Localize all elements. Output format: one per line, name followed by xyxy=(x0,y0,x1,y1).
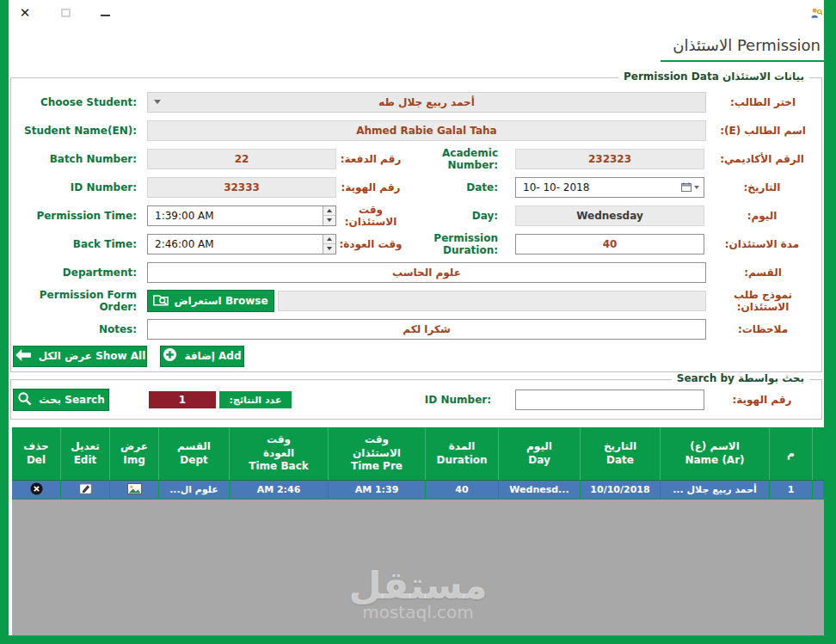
minimize-button[interactable] xyxy=(96,9,114,16)
permission-time-value: 1:39:00 AM xyxy=(155,210,214,222)
calendar-icon[interactable] xyxy=(681,182,704,192)
permission-time-field[interactable]: 1:39:00 AM xyxy=(147,205,336,226)
choose-student-select[interactable]: أحمد ربيع جلال طه xyxy=(147,92,706,113)
watermark-subtitle: mostaql.com xyxy=(12,602,824,623)
batch-number-label-ar: رقم الدفعة: xyxy=(336,153,405,165)
search-id-input[interactable] xyxy=(515,389,704,410)
search-group-title: Search by بحث بواسطة xyxy=(672,372,809,384)
row-selector-strip[interactable] xyxy=(813,481,824,500)
cell-date: 10/10/2018 xyxy=(581,481,661,500)
date-field[interactable]: 10- 10- 2018 xyxy=(515,177,704,198)
department-row: Department: علوم الحاسب القسم: xyxy=(11,258,821,286)
date-label-en: Date: xyxy=(405,181,507,193)
column-header-name-ar[interactable]: الاسم (ع)Name (Ar) xyxy=(661,427,770,481)
id-number-label-ar: رقم الهوية: xyxy=(336,181,405,193)
date-label-ar: التاريخ: xyxy=(704,181,820,193)
column-header-img[interactable]: عرضImg xyxy=(110,427,159,481)
permission-time-label-en: Permission Time: xyxy=(13,210,147,222)
delete-row-button[interactable] xyxy=(12,481,61,500)
choose-student-value: أحمد ربيع جلال طه xyxy=(167,96,705,108)
column-header-edit[interactable]: تعديلEdit xyxy=(61,427,110,481)
permission-data-group-title: Permission Data بيانات الاستئذان xyxy=(618,71,809,83)
date-value: 10- 10- 2018 xyxy=(523,181,589,193)
cell-name-ar: أحمد ربيع جلال ... xyxy=(661,481,770,500)
cell-day: Wednesd... xyxy=(499,481,581,500)
cell-time-back: AM 2:46 xyxy=(230,481,329,500)
permission-duration-field[interactable]: 40 xyxy=(515,234,704,255)
choose-student-label-ar: اختر الطالب: xyxy=(706,96,820,108)
window-border-left xyxy=(0,0,9,644)
backtime-duration-row: Back Time: 2:46:00 AM وقت العودة: Permis… xyxy=(11,230,821,258)
arrow-left-icon xyxy=(15,348,32,365)
results-count-label: عدد النتائج: xyxy=(219,391,292,408)
permission-time-label-ar: وقت الاستئذان: xyxy=(336,204,405,228)
column-header-day[interactable]: اليومDay xyxy=(499,427,581,481)
page-title: الاستئذان Permission xyxy=(673,36,821,54)
day-label-en: Day: xyxy=(405,210,507,222)
show-all-button-label: عرض الكل Show All xyxy=(39,350,146,362)
maximize-button[interactable] xyxy=(57,9,74,17)
notes-label-en: Notes: xyxy=(13,323,147,335)
window-border-bottom xyxy=(0,635,836,644)
department-field[interactable]: علوم الحاسب xyxy=(147,262,706,283)
chevron-down-icon xyxy=(148,100,167,104)
column-header-del[interactable]: حذفDel xyxy=(12,427,61,481)
back-time-value: 2:46:00 AM xyxy=(155,238,214,250)
watermark: مستقل mostaql.com xyxy=(12,563,824,623)
edit-pencil-icon xyxy=(79,482,92,497)
watermark-title: مستقل xyxy=(12,563,824,607)
column-header-date[interactable]: التاريخDate xyxy=(581,427,661,481)
table-header-row: حذفDel تعديلEdit عرضImg القسمDept وقت ال… xyxy=(12,427,824,481)
back-time-label-en: Back Time: xyxy=(13,238,147,250)
back-time-spinner[interactable] xyxy=(323,235,335,254)
student-name-label-ar: اسم الطالب (E): xyxy=(706,125,820,137)
student-name-label-en: Student Name(EN): xyxy=(13,125,147,137)
app-window: ✕ الاستئذان Permission Permission Data ب… xyxy=(0,0,836,644)
title-underline xyxy=(661,60,824,62)
view-image-button[interactable] xyxy=(110,481,159,500)
column-header-time-pre[interactable]: وقت الاستئذانTime Pre xyxy=(329,427,426,481)
browse-button[interactable]: استعراض Browse xyxy=(147,290,274,312)
search-id-label-en: ID Number: xyxy=(405,394,491,406)
back-time-field[interactable]: 2:46:00 AM xyxy=(147,234,336,255)
notes-label-ar: ملاحظات: xyxy=(706,323,820,335)
column-header-duration[interactable]: المدةDuration xyxy=(426,427,499,481)
day-label-ar: اليوم: xyxy=(704,210,820,222)
back-time-label-ar: وقت العودة: xyxy=(336,238,405,250)
choose-student-row: Choose Student: أحمد ربيع جلال طه اختر ا… xyxy=(11,88,821,116)
permission-duration-label-en: Permission Duration: xyxy=(405,232,507,256)
image-icon xyxy=(127,483,142,497)
show-all-button[interactable]: عرض الكل Show All xyxy=(13,346,147,367)
search-row: بحث Search 1 عدد النتائج: ID Number: رقم… xyxy=(11,389,821,411)
permission-time-spinner[interactable] xyxy=(323,206,335,225)
edit-row-button[interactable] xyxy=(61,481,110,500)
permission-form-field xyxy=(278,291,706,311)
column-header-dept[interactable]: القسمDept xyxy=(159,427,230,481)
permission-form-row: Permission Form Order: استعراض Browse نم… xyxy=(11,286,821,315)
add-button-label: إضافة Add xyxy=(184,350,241,362)
results-table: حذفDel تعديلEdit عرضImg القسمDept وقت ال… xyxy=(12,427,824,635)
column-header-index[interactable]: م xyxy=(770,427,813,481)
window-border-right xyxy=(824,0,836,644)
column-header-time-back[interactable]: وقت العودةTime Back xyxy=(230,427,329,481)
spinner-up-icon[interactable] xyxy=(323,206,335,217)
cell-dept: علوم ال... xyxy=(159,481,230,500)
spinner-down-icon[interactable] xyxy=(323,216,335,225)
browse-button-label: استعراض Browse xyxy=(174,295,267,307)
add-button[interactable]: إضافة Add xyxy=(160,346,244,367)
close-button[interactable]: ✕ xyxy=(14,5,36,21)
form-actions-row: عرض الكل Show All إضافة Add xyxy=(11,343,821,369)
permission-form-label-ar: نموذج طلب الاستئذان: xyxy=(706,289,820,313)
academic-number-field: 232323 xyxy=(515,149,704,169)
spinner-down-icon[interactable] xyxy=(323,244,335,254)
table-row[interactable]: علوم ال... AM 2:46 AM 1:39 40 Wednesd...… xyxy=(12,481,824,500)
circle-x-icon xyxy=(30,482,43,498)
permission-duration-label-ar: مدة الاستئذان: xyxy=(704,238,820,250)
search-button[interactable]: بحث Search xyxy=(13,389,109,411)
search-button-label: بحث Search xyxy=(39,394,105,406)
spinner-up-icon[interactable] xyxy=(323,235,335,245)
notes-field[interactable]: شكرا لكم xyxy=(147,319,706,340)
batch-academic-row: Batch Number: 22 رقم الدفعة: Academic Nu… xyxy=(11,144,821,173)
batch-number-field: 22 xyxy=(147,149,336,169)
student-name-row: Student Name(EN): Ahmed Rabie Galal Taha… xyxy=(11,116,821,144)
